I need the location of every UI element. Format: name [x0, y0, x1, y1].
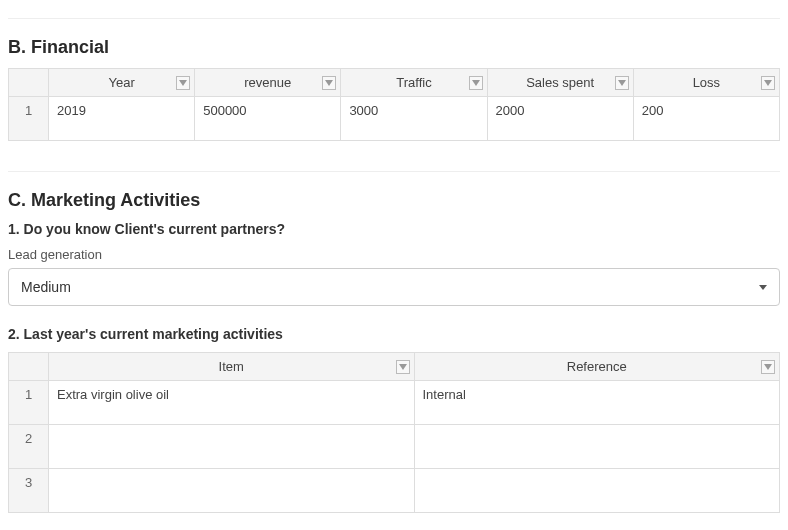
filter-icon[interactable]	[761, 360, 775, 374]
row-number: 1	[9, 381, 49, 425]
filter-icon[interactable]	[761, 76, 775, 90]
row-number-header	[9, 69, 49, 97]
cell-year[interactable]: 2019	[49, 97, 195, 141]
filter-icon[interactable]	[469, 76, 483, 90]
lead-generation-label: Lead generation	[8, 247, 780, 262]
row-number: 3	[9, 469, 49, 513]
cell-reference[interactable]: Internal	[414, 381, 780, 425]
col-sales-spent-label: Sales spent	[526, 75, 594, 90]
col-revenue-header: revenue	[195, 69, 341, 97]
col-reference-header: Reference	[414, 353, 780, 381]
cell-item[interactable]: Extra virgin olive oil	[49, 381, 415, 425]
col-loss-label: Loss	[693, 75, 720, 90]
col-loss-header: Loss	[633, 69, 779, 97]
svg-marker-6	[764, 364, 772, 370]
col-year-header: Year	[49, 69, 195, 97]
col-reference-label: Reference	[567, 359, 627, 374]
activities-table: Item Reference 1 Extra virgin olive oil …	[8, 352, 780, 513]
cell-reference[interactable]	[414, 425, 780, 469]
col-sales-spent-header: Sales spent	[487, 69, 633, 97]
col-item-header: Item	[49, 353, 415, 381]
question-1-title: 1. Do you know Client's current partners…	[8, 221, 780, 237]
svg-marker-0	[179, 80, 187, 86]
table-row: 1 2019 500000 3000 2000 200	[9, 97, 780, 141]
cell-reference[interactable]	[414, 469, 780, 513]
table-row: 2	[9, 425, 780, 469]
cell-sales-spent[interactable]: 2000	[487, 97, 633, 141]
col-traffic-header: Traffic	[341, 69, 487, 97]
filter-icon[interactable]	[176, 76, 190, 90]
svg-marker-4	[764, 80, 772, 86]
col-item-label: Item	[219, 359, 244, 374]
financial-table: Year revenue Traffic Sales spent Loss	[8, 68, 780, 141]
cell-item[interactable]	[49, 469, 415, 513]
svg-marker-3	[618, 80, 626, 86]
cell-traffic[interactable]: 3000	[341, 97, 487, 141]
chevron-down-icon	[759, 285, 767, 290]
col-revenue-label: revenue	[244, 75, 291, 90]
filter-icon[interactable]	[615, 76, 629, 90]
cell-loss[interactable]: 200	[633, 97, 779, 141]
question-2-title: 2. Last year's current marketing activit…	[8, 326, 780, 342]
section-c-title: C. Marketing Activities	[8, 190, 780, 211]
svg-marker-2	[472, 80, 480, 86]
table-row: 1 Extra virgin olive oil Internal	[9, 381, 780, 425]
row-number: 1	[9, 97, 49, 141]
section-b-title: B. Financial	[8, 37, 780, 58]
row-number: 2	[9, 425, 49, 469]
col-year-label: Year	[108, 75, 134, 90]
table-row: 3	[9, 469, 780, 513]
divider-mid	[8, 171, 780, 172]
cell-item[interactable]	[49, 425, 415, 469]
lead-generation-value: Medium	[21, 279, 71, 295]
row-number-header	[9, 353, 49, 381]
filter-icon[interactable]	[396, 360, 410, 374]
lead-generation-select[interactable]: Medium	[8, 268, 780, 306]
filter-icon[interactable]	[322, 76, 336, 90]
svg-marker-5	[399, 364, 407, 370]
divider-top	[8, 18, 780, 19]
cell-revenue[interactable]: 500000	[195, 97, 341, 141]
col-traffic-label: Traffic	[396, 75, 431, 90]
svg-marker-1	[325, 80, 333, 86]
